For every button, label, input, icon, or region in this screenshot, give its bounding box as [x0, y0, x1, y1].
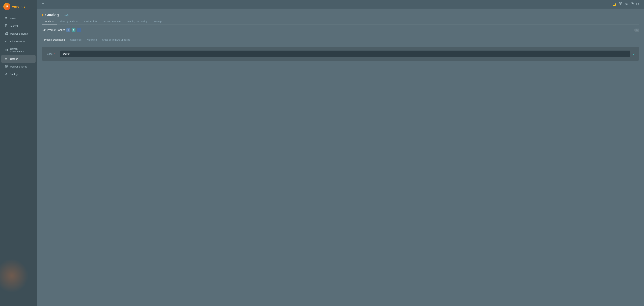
- header-label: Header: [46, 53, 57, 55]
- badge-s[interactable]: S: [72, 28, 76, 32]
- theme-toggle-icon[interactable]: 🌙: [613, 3, 616, 6]
- menu-icon: ☰: [5, 17, 8, 20]
- topbar: ☰ 🌙 EN: [37, 0, 644, 9]
- tab-product-links[interactable]: Product links: [81, 19, 100, 25]
- logout-icon[interactable]: [636, 2, 639, 6]
- catalog-icon: [5, 57, 8, 61]
- inner-tab-attributes[interactable]: Attributes: [84, 37, 100, 43]
- page-header: Catalog ← Back: [42, 13, 639, 17]
- tab-settings[interactable]: Settings: [150, 19, 165, 25]
- sidebar-item-administrators[interactable]: Administrators: [1, 38, 36, 45]
- svg-rect-24: [619, 4, 620, 5]
- badge-v[interactable]: V: [66, 28, 70, 32]
- help-icon[interactable]: [630, 2, 634, 6]
- content-icon: [5, 49, 8, 52]
- sidebar-item-label: Menu: [10, 17, 16, 20]
- inner-tab-categories[interactable]: Categories: [68, 37, 84, 43]
- sidebar-item-label: Catalog: [10, 58, 18, 60]
- sidebar-item-catalog[interactable]: Catalog: [1, 55, 36, 63]
- sidebar-item-label: Settings: [10, 73, 18, 76]
- svg-point-10: [5, 41, 6, 41]
- svg-rect-4: [5, 32, 6, 33]
- svg-point-8: [6, 40, 7, 41]
- badge-i[interactable]: I: [77, 28, 81, 32]
- item-id: #5: [634, 29, 639, 32]
- section-title: Edit Product Jacket: [42, 29, 65, 32]
- svg-rect-5: [6, 32, 8, 33]
- svg-rect-23: [621, 3, 622, 4]
- tab-products[interactable]: Products: [42, 19, 57, 25]
- tab-filter-by-products[interactable]: Filter by products: [57, 19, 81, 25]
- sidebar-nav: ☰ Menu Journal: [0, 13, 37, 80]
- sidebar-item-managing-blocks[interactable]: Managing blocks: [1, 30, 36, 38]
- sidebar-item-content-management[interactable]: Content management: [1, 46, 36, 55]
- forms-icon: [5, 65, 8, 68]
- sidebar-item-label: Administrators: [10, 40, 25, 43]
- blocks-icon: [5, 32, 8, 36]
- svg-rect-25: [621, 4, 622, 5]
- sidebar-item-managing-forms[interactable]: Managing forms: [1, 63, 36, 70]
- page-title: Catalog: [45, 13, 59, 17]
- page-content: Catalog ← Back Products Filter by produc…: [37, 9, 644, 306]
- back-button[interactable]: ← Back: [61, 14, 69, 16]
- sidebar-item-label: Managing forms: [10, 65, 27, 68]
- header-input[interactable]: [60, 51, 630, 57]
- form-card: Header ✓: [42, 47, 639, 61]
- inner-tab-product-description[interactable]: Product Description: [42, 37, 68, 43]
- logo-icon: ◎: [3, 3, 10, 10]
- settings-icon: ⚙: [5, 73, 8, 76]
- sidebar-item-settings[interactable]: ⚙ Settings: [1, 71, 36, 78]
- sidebar-decoration: [0, 259, 28, 292]
- svg-rect-22: [619, 3, 620, 4]
- header-input-wrapper: ✓: [60, 51, 635, 57]
- sidebar-item-label: Journal: [10, 25, 18, 27]
- main-tab-nav: Products Filter by products Product link…: [42, 19, 639, 25]
- sidebar-item-label: Content management: [10, 48, 32, 53]
- admin-icon: [5, 40, 8, 43]
- logo-text: oneentry: [12, 5, 26, 9]
- apps-icon[interactable]: [619, 2, 622, 6]
- sidebar-item-menu[interactable]: ☰ Menu: [1, 15, 36, 22]
- hamburger-icon[interactable]: ☰: [42, 3, 44, 6]
- language-selector[interactable]: EN: [625, 3, 628, 6]
- tab-product-statuses[interactable]: Product statuses: [100, 19, 124, 25]
- sidebar: ◎ oneentry ☰ Menu Journal: [0, 0, 37, 306]
- svg-rect-6: [5, 34, 6, 35]
- topbar-left: ☰: [42, 3, 44, 6]
- journal-icon: [5, 24, 8, 28]
- tab-loading-catalog[interactable]: Loading the catalog: [124, 19, 150, 25]
- input-check-icon: ✓: [632, 52, 635, 56]
- inner-tab-cross-selling[interactable]: Cross-selling and upselling: [100, 37, 133, 43]
- svg-rect-11: [5, 49, 8, 51]
- page-dot: [42, 14, 43, 16]
- main-content: ☰ 🌙 EN: [37, 0, 644, 306]
- inner-tab-nav: Product Description Categories Attribute…: [42, 37, 639, 43]
- sidebar-item-journal[interactable]: Journal: [1, 22, 36, 30]
- sidebar-item-label: Managing blocks: [10, 32, 28, 35]
- logo: ◎ oneentry: [0, 0, 37, 13]
- topbar-right: 🌙 EN: [613, 2, 639, 6]
- form-row-header: Header ✓: [46, 51, 635, 57]
- svg-rect-7: [6, 34, 8, 35]
- section-header: Edit Product Jacket V S I #5: [42, 28, 639, 34]
